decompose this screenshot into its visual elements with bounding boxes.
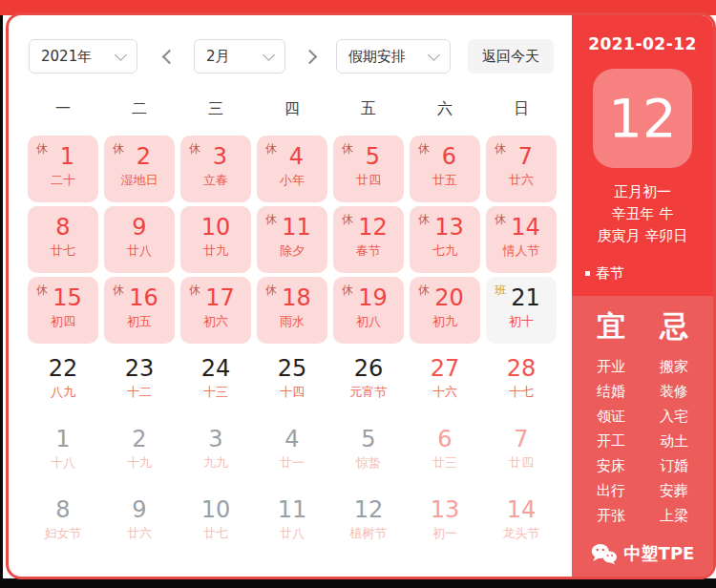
calendar-day-cell[interactable]: 22八九 (28, 347, 98, 414)
calendar-day-cell[interactable]: 27十六 (410, 347, 480, 414)
calendar-day-cell[interactable]: 10廿九 (180, 206, 251, 273)
calendar-day-cell[interactable]: 4廿一 (257, 418, 327, 485)
sidebar-day-number: 12 (608, 92, 676, 145)
calendar-day-cell[interactable]: 14龙头节 (486, 489, 557, 556)
lunar-label: 初八 (333, 313, 404, 330)
lunar-label: 龙头节 (486, 525, 557, 542)
month-select-label: 2月 (206, 48, 230, 66)
today-sidebar: 2021-02-12 12 正月初一 辛丑年 牛 庚寅月 辛卯日 春节 宜 开业… (572, 15, 713, 577)
calendar-day-cell[interactable]: 12植树节 (333, 489, 404, 556)
year-select[interactable]: 2021年 (29, 39, 137, 74)
suitable-item: 领证 (581, 404, 641, 429)
calendar-day-cell[interactable]: 11廿八 (257, 489, 327, 556)
suitable-title: 宜 (581, 307, 641, 346)
day-number: 27 (410, 356, 480, 381)
calendar-day-cell[interactable]: 休5廿四 (333, 136, 404, 202)
lunar-label: 湿地日 (104, 172, 175, 189)
rest-badge: 休 (418, 212, 430, 228)
lunar-label: 八九 (28, 384, 98, 401)
avoid-item: 上梁 (644, 503, 704, 528)
calendar-day-cell[interactable]: 26元宵节 (333, 347, 404, 414)
back-to-today-label: 返回今天 (482, 48, 539, 66)
lunar-label: 小年 (257, 172, 327, 189)
rest-badge: 休 (36, 141, 48, 158)
day-number: 5 (333, 427, 404, 452)
avoid-column: 忌 搬家装修入宅动土订婚安葬上梁 (644, 307, 704, 528)
calendar-day-cell[interactable]: 9廿八 (104, 206, 175, 273)
sidebar-lunar-info: 正月初一 辛丑年 牛 庚寅月 辛卯日 (572, 181, 713, 247)
calendar-day-cell[interactable]: 1十八 (28, 418, 98, 485)
day-number: 24 (180, 356, 251, 381)
avoid-title: 忌 (644, 307, 704, 346)
day-number: 2 (104, 427, 175, 452)
weekday-label: 日 (486, 99, 557, 119)
avoid-item: 订婚 (644, 453, 704, 478)
lunar-label: 初五 (104, 313, 175, 330)
calendar-card: 2021年 2月 假期安排 返回今天 一二三四五六日 休1二十休2湿地日 (6, 12, 716, 579)
calendar-day-cell[interactable]: 休2湿地日 (104, 136, 175, 202)
day-number: 9 (104, 215, 175, 240)
lunar-label: 初一 (410, 525, 480, 542)
calendar-day-cell[interactable]: 7廿四 (486, 418, 557, 485)
calendar-day-cell[interactable]: 9廿六 (104, 489, 175, 556)
lunar-label: 廿四 (486, 454, 557, 472)
lunar-label: 十七 (486, 384, 557, 401)
lunar-label: 十二 (104, 384, 175, 401)
lunar-label: 初十 (486, 313, 557, 330)
calendar-day-cell[interactable]: 13初一 (410, 489, 480, 556)
calendar-day-cell[interactable]: 休11除夕 (257, 206, 327, 273)
rest-badge: 休 (265, 141, 277, 158)
back-to-today-button[interactable]: 返回今天 (468, 39, 554, 74)
calendar-day-cell[interactable]: 休16初五 (104, 277, 175, 344)
calendar-day-cell[interactable]: 休4小年 (257, 136, 327, 202)
weekday-label: 五 (333, 99, 404, 119)
day-grid: 休1二十休2湿地日休3立春休4小年休5廿四休6廿五休7廿六8廿七9廿八10廿九休… (28, 136, 557, 556)
calendar-day-cell[interactable]: 25十四 (257, 347, 327, 414)
calendar-day-cell[interactable]: 8廿七 (28, 206, 98, 273)
prev-month-button[interactable] (159, 39, 179, 74)
festival-label: 春节 (596, 264, 624, 283)
lunar-label: 廿一 (257, 454, 327, 472)
calendar-day-cell[interactable]: 5惊蛰 (333, 418, 404, 485)
calendar-day-cell[interactable]: 3九九 (180, 418, 251, 485)
rest-badge: 休 (265, 283, 277, 299)
calendar-day-cell[interactable]: 28十七 (486, 347, 557, 414)
calendar-day-cell[interactable]: 休15初四 (28, 277, 98, 344)
calendar-day-cell[interactable]: 休18雨水 (257, 277, 327, 344)
suitable-item: 出行 (581, 478, 641, 503)
calendar-day-cell[interactable]: 24十三 (180, 347, 251, 414)
rest-badge: 休 (113, 283, 124, 299)
lunar-label: 二十 (28, 172, 98, 189)
calendar-day-cell[interactable]: 休13七九 (410, 206, 480, 273)
calendar-day-cell[interactable]: 休1二十 (28, 136, 98, 202)
calendar-day-cell[interactable]: 6廿三 (410, 418, 480, 485)
rest-badge: 休 (189, 283, 200, 299)
avoid-list: 搬家装修入宅动土订婚安葬上梁 (644, 354, 704, 528)
day-number: 25 (257, 356, 327, 381)
calendar-day-cell[interactable]: 8妇女节 (28, 489, 98, 556)
lunar-label: 元宵节 (333, 384, 404, 401)
holiday-schedule-select[interactable]: 假期安排 (336, 39, 451, 74)
next-month-button[interactable] (300, 39, 319, 74)
weekday-label: 一 (28, 99, 98, 119)
calendar-day-cell[interactable]: 2十九 (104, 418, 175, 485)
weekday-label: 四 (257, 99, 327, 119)
calendar-day-cell[interactable]: 休3立春 (180, 136, 251, 202)
calendar-day-cell[interactable]: 休20初九 (410, 277, 480, 344)
calendar-day-cell[interactable]: 休17初六 (180, 277, 251, 344)
holiday-schedule-label: 假期安排 (348, 48, 406, 66)
calendar-day-cell[interactable]: 23十二 (104, 347, 175, 414)
calendar-day-cell[interactable]: 休14情人节 (486, 206, 557, 273)
calendar-day-cell[interactable]: 休6廿五 (410, 136, 480, 202)
lunar-label: 廿七 (180, 525, 251, 542)
calendar-day-cell[interactable]: 10廿七 (180, 489, 251, 556)
calendar-day-cell[interactable]: 班21初十 (486, 277, 557, 344)
day-number: 12 (333, 497, 404, 522)
calendar-day-cell[interactable]: 休19初八 (333, 277, 404, 344)
day-number: 3 (180, 427, 251, 452)
day-number: 23 (104, 356, 175, 381)
month-select[interactable]: 2月 (194, 39, 285, 74)
calendar-day-cell[interactable]: 休7廿六 (486, 136, 557, 202)
lunar-label: 雨水 (257, 313, 327, 330)
calendar-day-cell[interactable]: 休12春节 (333, 206, 404, 273)
